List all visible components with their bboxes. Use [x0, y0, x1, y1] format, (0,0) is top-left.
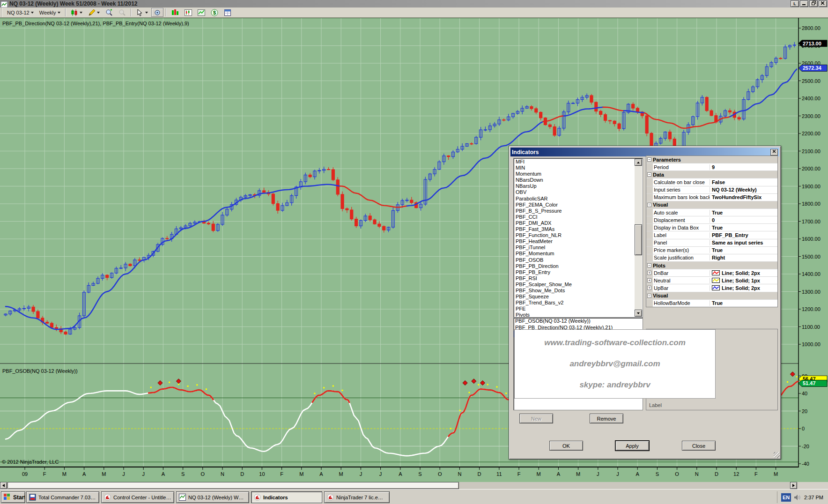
indicator-list-item[interactable]: PBF_OSOB	[514, 257, 635, 263]
collapse-icon[interactable]: −	[647, 263, 651, 267]
indicator-list-item[interactable]: ParabolicSAR	[514, 196, 635, 202]
property-row[interactable]: +DnBarLine; Solid; 2px	[646, 269, 777, 277]
cursor-tool-button[interactable]	[134, 8, 150, 17]
chart-style-button[interactable]	[68, 8, 85, 17]
close-button[interactable]	[819, 0, 827, 7]
property-row[interactable]: LabelPBF_PB_Entry	[646, 231, 777, 239]
property-value[interactable]: False	[710, 179, 777, 185]
scroll-left-button[interactable]	[0, 482, 7, 489]
dialog-resize-grip[interactable]	[774, 452, 780, 458]
taskbar-item-indicators[interactable]: Indicators	[251, 491, 322, 503]
indicator-list-item[interactable]: Pivots	[514, 312, 635, 317]
property-row[interactable]: Calculate on bar closeFalse	[646, 178, 777, 186]
restore-button[interactable]	[809, 0, 818, 7]
property-row[interactable]: HollowBarModeTrue	[646, 300, 777, 307]
account-dollar-button[interactable]: $	[208, 8, 221, 17]
property-section[interactable]: −Plots	[646, 262, 777, 269]
property-row[interactable]: Maximum bars look backTwoHundredFiftySix	[646, 194, 777, 201]
clock[interactable]: 2:37 PM	[804, 495, 826, 500]
link-button[interactable]: L	[791, 0, 799, 7]
property-value[interactable]: True	[710, 210, 777, 215]
indicator-list-item[interactable]: PBF_2EMA_Color	[514, 202, 635, 208]
scroll-down-button[interactable]	[635, 310, 642, 317]
property-section[interactable]: −Visual	[646, 292, 777, 300]
taskbar-item-total-commander[interactable]: Total Commander 7.03 - ...	[26, 491, 99, 503]
collapse-icon[interactable]: −	[647, 157, 651, 162]
indicators-dialog[interactable]: Indicators MFIMINMomentumNBarsDownNBarsU…	[509, 146, 781, 460]
indicator-list[interactable]: MFIMINMomentumNBarsDownNBarsUpOBVParabol…	[513, 158, 643, 318]
zoom-out-button[interactable]	[116, 8, 128, 17]
property-row[interactable]: Price marker(s)True	[646, 247, 777, 254]
property-value[interactable]: PBF_PB_Entry	[710, 232, 777, 238]
collapse-icon[interactable]: −	[647, 294, 651, 298]
zoom-in-button[interactable]	[103, 8, 115, 17]
indicator-list-item[interactable]: PBF_CCI	[514, 214, 635, 220]
property-section[interactable]: −Visual	[646, 201, 777, 209]
indicator-list-scrollbar[interactable]	[635, 159, 642, 317]
indicator-list-item[interactable]: PBF_Fast_3MAs	[514, 226, 635, 232]
indicator-list-item[interactable]: NBarsDown	[514, 177, 635, 183]
scrollbar-thumb[interactable]	[635, 224, 642, 255]
chart-hscrollbar[interactable]	[0, 482, 798, 489]
toolbar-grip[interactable]	[1, 8, 2, 17]
instrument-dropdown[interactable]: NQ 03-12	[5, 8, 36, 17]
indicator-list-item[interactable]: PBF_PB_Entry	[514, 269, 635, 275]
property-section[interactable]: −Parameters	[646, 156, 777, 163]
indicator-list-item[interactable]: Momentum	[514, 171, 635, 177]
drawing-tools-button[interactable]	[86, 8, 102, 17]
collapse-icon[interactable]: −	[647, 203, 651, 207]
dialog-close-action-button[interactable]: Close	[682, 441, 716, 451]
property-row[interactable]: Auto scaleTrue	[646, 209, 777, 216]
indicator-list-item[interactable]: PBF_HeatMeter	[514, 238, 635, 245]
property-row[interactable]: +UpBarLine; Solid; 2px	[646, 284, 777, 292]
chart-trader-button[interactable]	[169, 8, 181, 17]
scroll-up-button[interactable]	[635, 159, 642, 166]
property-row[interactable]: Period9	[646, 163, 777, 171]
taskbar-item-control-center[interactable]: Control Center - Untitled1	[101, 491, 174, 503]
bars-panel-button[interactable]	[182, 8, 194, 17]
indicator-list-item[interactable]: PBF_Momentum	[514, 251, 635, 257]
property-grid[interactable]: −ParametersPeriod9−DataCalculate on bar …	[646, 156, 778, 307]
new-button[interactable]: New	[519, 414, 553, 423]
indicator-list-item[interactable]: PBF_RSI	[514, 275, 635, 282]
applied-indicator-item[interactable]: PBF_OSOB(NQ 03-12 (Weekly))	[514, 318, 643, 325]
interval-dropdown[interactable]: Weekly	[37, 8, 63, 17]
data-grid-button[interactable]	[222, 8, 234, 17]
indicator-list-item[interactable]: PBF_PB_Direction	[514, 263, 635, 269]
property-section[interactable]: −Data	[646, 171, 777, 178]
property-value[interactable]: 9	[710, 164, 777, 170]
expand-icon[interactable]: +	[647, 278, 651, 282]
start-button[interactable]: Start	[1, 491, 25, 503]
remove-button[interactable]: Remove	[590, 414, 623, 423]
chart-image-button[interactable]	[195, 8, 207, 17]
indicator-list-item[interactable]: PBF_Squeeze	[514, 294, 635, 300]
window-titlebar[interactable]: NQ 03-12 (Weekly) Week 51/2008 - Week 11…	[0, 0, 828, 7]
scroll-right-button[interactable]	[790, 482, 797, 489]
hscrollbar-thumb[interactable]	[7, 482, 459, 489]
property-value[interactable]: True	[710, 225, 777, 230]
ok-button[interactable]: OK	[549, 441, 583, 451]
apply-button[interactable]: Apply	[615, 441, 649, 451]
taskbar-item-ninjatrader[interactable]: NinjaTrader 7 lic.emu v5.06	[324, 491, 390, 503]
property-row[interactable]: Scale justificationRight	[646, 254, 777, 262]
indicator-list-item[interactable]: PBF_iTunnel	[514, 245, 635, 251]
property-value[interactable]: True	[710, 247, 777, 253]
property-row[interactable]: Input seriesNQ 03-12 (Weekly)	[646, 186, 777, 194]
language-indicator[interactable]: EN	[781, 493, 791, 502]
indicator-list-item[interactable]: PBF_Scalper_Show_Me	[514, 282, 635, 288]
property-row[interactable]: Displacement0	[646, 216, 777, 224]
property-value[interactable]: TwoHundredFiftySix	[710, 194, 777, 200]
property-value[interactable]: 0	[710, 217, 777, 223]
indicator-list-item[interactable]: NBarsUp	[514, 183, 635, 189]
expand-icon[interactable]: +	[647, 286, 651, 290]
dialog-close-button[interactable]	[770, 149, 778, 156]
taskbar-item-chart[interactable]: NQ 03-12 (Weekly) Wee...	[176, 491, 249, 503]
minimize-button[interactable]	[800, 0, 808, 7]
property-value[interactable]: True	[710, 300, 777, 306]
property-value[interactable]: Same as input series	[710, 240, 777, 245]
crosshair-button[interactable]	[151, 8, 163, 17]
indicator-list-item[interactable]: MFI	[514, 159, 635, 165]
indicator-list-item[interactable]: PBF_Show_Me_Dots	[514, 288, 635, 294]
expand-icon[interactable]: +	[647, 271, 651, 275]
indicator-list-item[interactable]: PBF_DMI_ADX	[514, 220, 635, 226]
